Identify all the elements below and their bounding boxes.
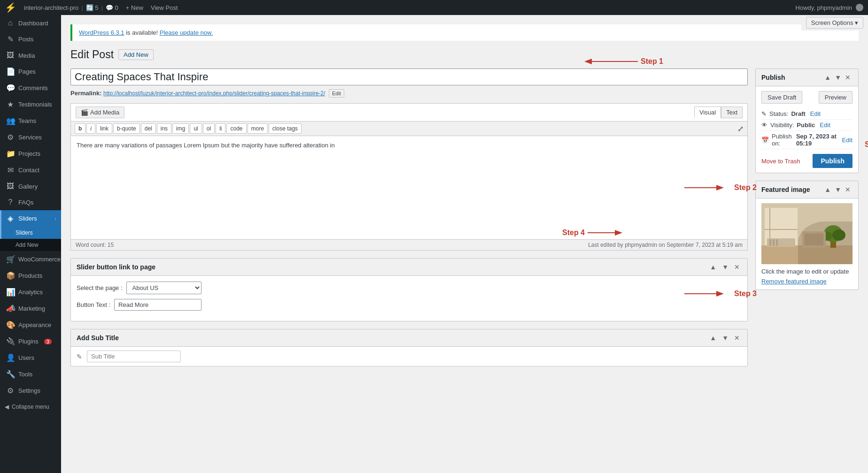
collapse-down-button[interactable]: ▼ [720,262,730,272]
sidebar-item-plugins[interactable]: 🔌 Plugins 3 [0,333,61,350]
sidebar-item-faqs[interactable]: ? FAQs [0,194,61,210]
add-new-button[interactable]: Add New [118,49,154,60]
page-select[interactable]: About US Home Contact Services Gallery [126,282,202,294]
sidebar-item-appearance[interactable]: 🎨 Appearance [0,317,61,333]
sidebar-item-label: Plugins [18,338,39,345]
new-post-link[interactable]: + New [126,4,143,11]
sidebar-item-marketing[interactable]: 📣 Marketing [0,300,61,317]
preview-button[interactable]: Preview [819,91,852,104]
subtitle-box-title: Add Sub Title [77,334,708,342]
update-now-link[interactable]: Please update now. [160,29,213,36]
sidebar-item-services[interactable]: ⚙ Services [0,129,61,145]
sidebar-submenu-sliders[interactable]: Sliders [0,227,61,239]
sidebar-item-contact[interactable]: ✉ Contact [0,162,61,178]
text-tab[interactable]: Text [721,107,743,118]
bold-button[interactable]: b [75,123,85,134]
link-button[interactable]: link [96,123,112,134]
italic-button[interactable]: i [86,123,95,134]
sidebar-item-woocommerce[interactable]: 🛒 WooCommerce [0,251,61,267]
permalink-edit-button[interactable]: Edit [329,89,344,98]
featured-collapse-up[interactable]: ▲ [822,185,833,194]
visibility-row: 👁 Visibility: Public Edit [761,120,852,131]
sidebar-item-testimonials[interactable]: ★ Testimonials [0,96,61,113]
publish-close[interactable]: ✕ [843,73,852,82]
save-draft-button[interactable]: Save Draft [761,91,802,104]
code-button[interactable]: code [226,123,246,134]
dashboard-icon: ⌂ [6,19,15,27]
li-button[interactable]: li [216,123,225,134]
sidebar-item-media[interactable]: 🖼 Media [0,47,61,63]
sidebar-item-label: FAQs [18,199,34,206]
sidebar-item-gallery[interactable]: 🖼 Gallery [0,178,61,194]
sidebar-item-analytics[interactable]: 📊 Analytics [0,284,61,300]
subtitle-input[interactable] [87,351,181,362]
subtitle-collapse-up[interactable]: ▲ [708,333,718,343]
del-button[interactable]: del [141,123,156,134]
visibility-icon: 👁 [761,122,767,129]
sidebar-submenu-add-new[interactable]: Add New [0,239,61,251]
post-title-input[interactable] [70,69,748,85]
subtitle-content: ✎ [71,347,747,366]
visibility-value: Public [797,122,815,129]
featured-image-title: Featured image [761,186,822,193]
sidebar-item-comments[interactable]: 💬 Comments [0,80,61,96]
slider-box-title: Slider button link to page [77,263,708,271]
subtitle-collapse-down[interactable]: ▼ [720,333,730,343]
subtitle-edit-icon[interactable]: ✎ [77,353,82,360]
bquote-button[interactable]: b-quote [113,123,140,134]
featured-collapse-down[interactable]: ▼ [833,185,843,194]
settings-icon: ⚙ [6,386,15,395]
publish-button[interactable]: Publish [813,154,852,168]
status-edit-link[interactable]: Edit [810,110,821,117]
add-media-button[interactable]: 🎬 Add Media [76,107,124,118]
svg-rect-9 [761,245,852,264]
fullscreen-icon[interactable]: ⤢ [737,124,744,133]
close-meta-button[interactable]: ✕ [732,262,742,272]
slider-button-link-box: Slider button link to page ▲ ▼ ✕ [70,258,748,321]
sidebar-item-posts[interactable]: ✎ Posts [0,31,61,47]
wordpress-update-link[interactable]: WordPress 6.3.1 [79,29,124,36]
sidebar-item-settings[interactable]: ⚙ Settings [0,382,61,399]
subtitle-close[interactable]: ✕ [732,333,742,343]
update-count-icon[interactable]: 🔄 5 [86,4,99,11]
sidebar-item-dashboard[interactable]: ⌂ Dashboard [0,15,61,31]
sidebar-item-products[interactable]: 📦 Products [0,267,61,284]
screen-options-button[interactable]: Screen Options ▾ [806,17,863,29]
permalink-url[interactable]: http://localhost/luzuk/interior-architec… [103,90,325,97]
remove-featured-image-link[interactable]: Remove featured image [761,278,827,285]
comment-count[interactable]: 💬 0 [106,4,118,11]
featured-image-caption: Click the image to edit or update [761,268,852,275]
ins-button[interactable]: ins [157,123,171,134]
publish-collapse-down[interactable]: ▼ [833,73,843,82]
close-tags-button[interactable]: close tags [269,123,302,134]
add-subtitle-box: Add Sub Title ▲ ▼ ✕ ✎ [70,329,748,366]
button-text-row: Button Text : [77,299,742,311]
featured-close[interactable]: ✕ [843,185,852,194]
view-post-link[interactable]: View Post [151,4,178,11]
featured-image-thumbnail[interactable] [761,203,852,264]
more-button[interactable]: more [248,123,268,134]
collapse-menu-button[interactable]: ◀ Collapse menu [0,399,61,415]
img-button[interactable]: img [172,123,189,134]
sidebar-item-tools[interactable]: 🔧 Tools [0,366,61,382]
editor-content[interactable]: There are many variations of passages Lo… [71,136,747,239]
ol-button[interactable]: ol [203,123,215,134]
move-to-trash-link[interactable]: Move to Trash [761,158,800,165]
publish-collapse-up[interactable]: ▲ [822,73,833,82]
publish-date-row: 📅 Publish on: Sep 7, 2023 at 05:19 Edit [761,131,852,149]
sidebar-item-users[interactable]: 👤 Users [0,350,61,366]
slider-button-link-header[interactable]: Slider button link to page ▲ ▼ ✕ [71,259,747,276]
add-subtitle-header[interactable]: Add Sub Title ▲ ▼ ✕ [71,329,747,347]
publish-date-edit-link[interactable]: Edit [842,137,852,144]
visibility-edit-link[interactable]: Edit [820,122,830,129]
button-text-input[interactable] [114,299,202,311]
site-name-label[interactable]: interior-architect-pro [24,4,78,11]
collapse-up-button[interactable]: ▲ [708,262,718,272]
sidebar-item-teams[interactable]: 👥 Teams [0,113,61,129]
ul-button[interactable]: ul [190,123,202,134]
sidebar-item-projects[interactable]: 📁 Projects [0,145,61,162]
visual-tab[interactable]: Visual [694,107,721,118]
sidebar-item-label: Users [18,354,34,361]
sidebar-item-sliders[interactable]: ◈ Sliders › [0,210,61,227]
sidebar-item-pages[interactable]: 📄 Pages [0,63,61,80]
